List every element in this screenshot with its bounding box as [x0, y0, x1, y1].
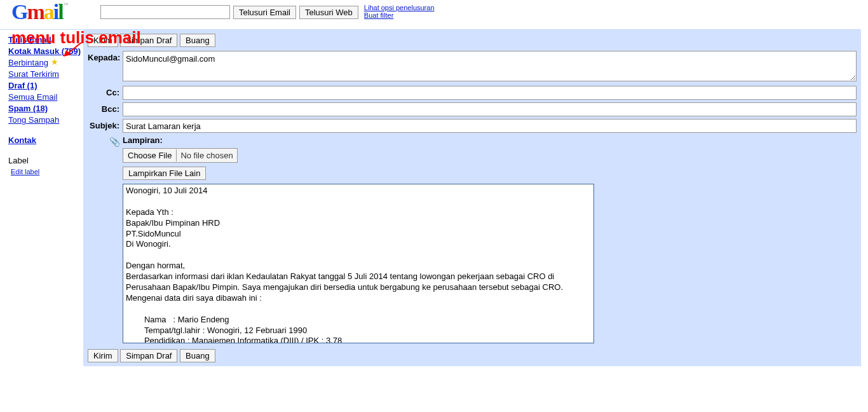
star-icon: ★ [51, 57, 58, 67]
sidebar-contacts[interactable]: Kontak [8, 135, 36, 145]
to-label: Kepada: [88, 53, 123, 62]
compose-panel: Kirim Simpan Draf Buang Kepada: Cc: Bcc:… [83, 30, 861, 366]
search-web-button[interactable]: Telusuri Web [299, 6, 358, 19]
cc-field[interactable] [123, 86, 857, 100]
attach-more-button[interactable]: Lampirkan File Lain [123, 167, 206, 180]
choose-file-button[interactable]: Choose File [123, 149, 177, 161]
send-button-bottom[interactable]: Kirim [88, 349, 118, 362]
sidebar-all-mail[interactable]: Semua Email [8, 92, 57, 102]
to-field[interactable] [123, 51, 857, 81]
sidebar-sent[interactable]: Surat Terkirim [8, 69, 59, 79]
header: Gmail™ Telusuri Email Telusuri Web Lihat… [0, 0, 861, 30]
bcc-label: Bcc: [88, 104, 123, 114]
subject-field[interactable] [123, 119, 857, 133]
sidebar: Tulis Email Kotak Masuk (759) Berbintang… [0, 30, 83, 366]
create-filter-link[interactable]: Buat filter [364, 11, 435, 19]
save-draft-button-bottom[interactable]: Simpan Draf [120, 349, 177, 362]
sidebar-inbox[interactable]: Kotak Masuk (759) [8, 46, 81, 56]
sidebar-drafts[interactable]: Draf (1) [8, 81, 37, 90]
cc-label: Cc: [88, 88, 123, 97]
paperclip-icon: 📎 [109, 137, 120, 147]
gmail-logo: Gmail™ [11, 1, 100, 27]
sidebar-starred[interactable]: Berbintang [8, 58, 48, 67]
no-file-text: No file chosen [177, 149, 236, 162]
attachment-label: Lampiran: [123, 135, 857, 145]
sidebar-edit-label[interactable]: Edit label [11, 168, 39, 175]
search-input[interactable] [100, 5, 230, 19]
annotation-label: menu tulis email [11, 28, 141, 48]
sidebar-spam[interactable]: Spam (18) [8, 104, 48, 113]
discard-button-bottom[interactable]: Buang [180, 349, 215, 362]
message-body[interactable] [123, 184, 594, 343]
bcc-field[interactable] [123, 102, 857, 116]
bottom-action-row: Kirim Simpan Draf Buang [88, 349, 857, 362]
subject-label: Subjek: [88, 121, 123, 130]
sidebar-trash[interactable]: Tong Sampah [8, 115, 59, 125]
search-options-link[interactable]: Lihat opsi penelusuran [364, 4, 435, 11]
top-action-row: Kirim Simpan Draf Buang [88, 34, 857, 47]
sidebar-labels-heading: Label [8, 156, 83, 165]
search-email-button[interactable]: Telusuri Email [233, 6, 296, 19]
discard-button[interactable]: Buang [180, 34, 215, 47]
